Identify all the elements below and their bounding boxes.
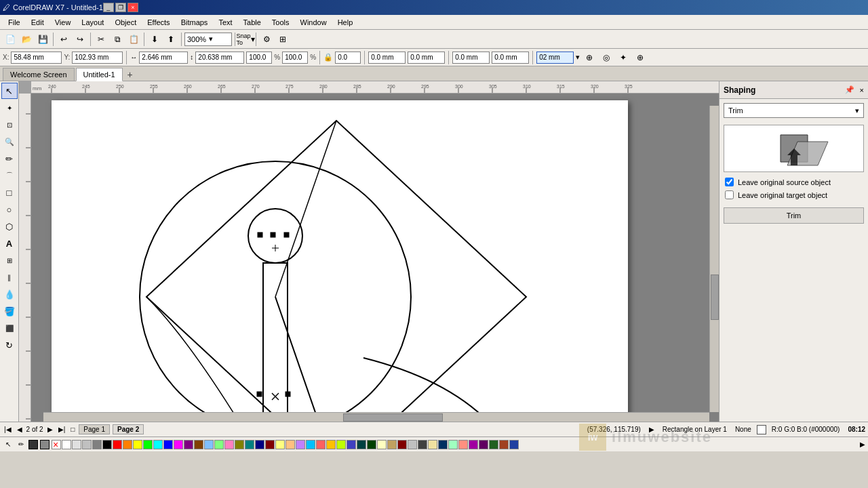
color-charcoal[interactable] <box>418 440 427 449</box>
height-input[interactable] <box>195 52 244 64</box>
height-pct-input[interactable] <box>282 52 308 64</box>
text-tool-btn[interactable]: A <box>1 235 18 251</box>
pos2-input[interactable] <box>408 52 445 64</box>
copy-button[interactable]: ⧉ <box>110 32 125 47</box>
select-tool-btn[interactable]: ↖ <box>1 83 18 99</box>
menu-tools[interactable]: Tools <box>267 17 295 28</box>
color-forest[interactable] <box>489 440 498 449</box>
color-olive[interactable] <box>235 440 244 449</box>
color-lavender[interactable] <box>296 440 305 449</box>
rect-tool-btn[interactable]: □ <box>1 184 18 201</box>
color-pink[interactable] <box>224 440 234 449</box>
color-lt-yellow[interactable] <box>275 440 285 449</box>
hscroll-thumb[interactable] <box>343 413 443 422</box>
width-input[interactable] <box>139 52 188 64</box>
options-button[interactable]: ⚙ <box>259 32 274 47</box>
fill-tool-btn[interactable]: 🪣 <box>1 303 18 319</box>
menu-edit[interactable]: Edit <box>26 17 50 28</box>
save-button[interactable]: 💾 <box>35 32 50 47</box>
width-pct-input[interactable] <box>246 52 272 64</box>
page-add-btn[interactable]: □ <box>69 426 76 433</box>
pos1-input[interactable] <box>368 52 406 64</box>
redo-button[interactable]: ↪ <box>73 32 87 47</box>
color-dk-blue2[interactable] <box>438 440 448 449</box>
color-dk-teal[interactable] <box>357 440 366 449</box>
color-dk-green2[interactable] <box>367 440 376 449</box>
zoom-tool-btn[interactable]: 🔍 <box>1 134 18 150</box>
color-cream[interactable] <box>377 440 387 449</box>
menu-effects[interactable]: Effects <box>142 17 175 28</box>
page2-tab[interactable]: Page 2 <box>113 424 144 434</box>
open-button[interactable]: 📂 <box>19 32 34 47</box>
prop-btn4[interactable]: ⊕ <box>633 50 648 65</box>
menu-file[interactable]: File <box>3 17 26 28</box>
color-mint[interactable] <box>448 440 458 449</box>
menu-layout[interactable]: Layout <box>76 17 109 28</box>
pos3-input[interactable] <box>452 52 490 64</box>
color-ltgray[interactable] <box>72 440 81 449</box>
menu-text[interactable]: Text <box>213 17 237 28</box>
tab-untitled1[interactable]: Untitled-1 <box>76 68 123 81</box>
color-black[interactable] <box>102 440 112 449</box>
color-green[interactable] <box>143 440 153 449</box>
interactive-tool-btn[interactable]: ⬛ <box>1 320 18 336</box>
color-white[interactable] <box>62 440 71 449</box>
color-rust[interactable] <box>499 440 509 449</box>
page1-tab[interactable]: Page 1 <box>79 424 110 434</box>
panel-close-icon[interactable]: × <box>860 86 864 94</box>
ellipse-tool-btn[interactable]: ○ <box>1 201 18 218</box>
palette-scroll-right[interactable]: ▶ <box>860 441 865 448</box>
y-input[interactable] <box>72 52 123 64</box>
color-ltblue[interactable] <box>204 440 214 449</box>
transform-tool-btn[interactable]: ↻ <box>1 337 18 353</box>
menu-window[interactable]: Window <box>295 17 332 28</box>
prop-btn1[interactable]: ⊕ <box>582 50 597 65</box>
horizontal-scrollbar[interactable] <box>43 412 709 422</box>
color-none[interactable]: × <box>52 440 61 449</box>
eyedropper-btn[interactable]: 💧 <box>1 286 18 302</box>
close-button[interactable]: × <box>127 3 138 12</box>
prop-btn2[interactable]: ◎ <box>599 50 614 65</box>
color-purple[interactable] <box>184 440 193 449</box>
canvas-area[interactable]: mm 240 245 250 255 260 265 270 275 280 <box>19 81 719 422</box>
color-dkgray[interactable] <box>92 440 102 449</box>
snap-button[interactable]: Snap To ▾ <box>238 32 253 47</box>
color-red[interactable] <box>113 440 122 449</box>
color-gold[interactable] <box>326 440 336 449</box>
outline-swatch[interactable] <box>28 440 38 449</box>
shaping-mode-dropdown[interactable]: Trim ▾ <box>724 103 864 118</box>
color-navy[interactable] <box>255 440 264 449</box>
menu-object[interactable]: Object <box>109 17 142 28</box>
pos4-input[interactable] <box>492 52 529 64</box>
color-violet[interactable] <box>469 440 478 449</box>
vertical-scrollbar[interactable] <box>709 106 719 412</box>
color-dkpurple[interactable] <box>479 440 488 449</box>
color-cyan[interactable] <box>153 440 163 449</box>
color-ltgreen[interactable] <box>214 440 224 449</box>
color-sky[interactable] <box>306 440 315 449</box>
menu-view[interactable]: View <box>50 17 77 28</box>
canvas-content[interactable] <box>31 94 719 422</box>
align-button[interactable]: ⊞ <box>275 32 290 47</box>
parallel-tool-btn[interactable]: ∥ <box>1 269 18 285</box>
undo-button[interactable]: ↩ <box>56 32 71 47</box>
color-salmon[interactable] <box>458 440 468 449</box>
color-teal[interactable] <box>245 440 254 449</box>
import-button[interactable]: ⬇ <box>147 32 162 47</box>
prop-btn3[interactable]: ✦ <box>616 50 631 65</box>
color-orange[interactable] <box>123 440 132 449</box>
trim-button[interactable]: Trim <box>724 207 864 224</box>
zoom-dropdown[interactable]: 300% ▾ <box>184 33 232 46</box>
tab-add-button[interactable]: + <box>124 68 136 81</box>
vscroll-thumb[interactable] <box>711 274 719 321</box>
color-peach[interactable] <box>285 440 295 449</box>
highlight-input[interactable] <box>536 52 574 64</box>
restore-button[interactable]: ❐ <box>115 3 126 12</box>
crop-tool-btn[interactable]: ⊡ <box>1 117 18 133</box>
color-wheat[interactable] <box>428 440 437 449</box>
color-maroon[interactable] <box>265 440 275 449</box>
leave-source-checkbox[interactable] <box>725 178 734 186</box>
color-dk-red[interactable] <box>397 440 407 449</box>
page-prev-btn[interactable]: ◀ <box>16 426 24 433</box>
rotation-input[interactable] <box>335 52 361 64</box>
